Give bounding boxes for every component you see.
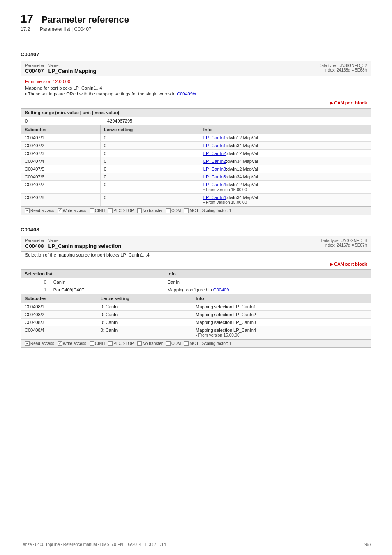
footer-checkbox-item: MOT <box>184 208 198 213</box>
footer-checkbox-item: PLC STOP <box>108 341 134 346</box>
table-row: C00407/10LP_CanIn1:dwIn12 MapVal <box>21 134 371 142</box>
chapter-title: Parameter reference <box>42 14 129 25</box>
c00408-param-label: Parameter | Name: <box>25 238 121 243</box>
info-link[interactable]: LP_CanIn2 <box>203 159 226 164</box>
info-link[interactable]: LP_CanIn2 <box>203 151 226 156</box>
c00408-block: Parameter | Name: C00408 | LP_CanIn mapp… <box>21 236 371 348</box>
c00408-col-info: Info <box>164 270 371 278</box>
info-link[interactable]: LP_CanIn1 <box>203 135 226 140</box>
footer-right: 967 <box>364 542 371 547</box>
table-row: C00407/70LP_CanIn4:dwIn12 MapVal• From v… <box>21 181 371 194</box>
c00408-subcodes-header-row: Subcodes Lenze setting Info <box>21 294 371 303</box>
c00408-footer: Read accessWrite accessCINHPLC STOPNo tr… <box>21 339 371 347</box>
table-row: C00407/80LP_CanIn4:dwIn34 MapVal• From v… <box>21 194 371 206</box>
c00407-param-name: C00407 | LP_CanIn Mapping <box>25 68 96 74</box>
c00407-header: Parameter | Name: C00407 | LP_CanIn Mapp… <box>21 61 371 76</box>
c00408-selection-table: Selection list Info 0CanInCanIn1Par.C409… <box>21 269 371 294</box>
info-link[interactable]: C00409 <box>213 287 229 292</box>
c00407-footer: Read accessWrite accessCINHPLC STOPNo tr… <box>21 206 371 215</box>
header-section: 17 Parameter reference 17.2 Parameter li… <box>21 12 371 34</box>
c00408-data-type: Data type: UNSIGNED_8 Index: 24167d = 5E… <box>321 238 367 247</box>
footer-left: Lenze · 8400 TopLine · Reference manual … <box>21 542 166 547</box>
info-link[interactable]: LP_CanIn3 <box>203 174 226 179</box>
footer-checkbox-item: No transfer <box>137 208 163 213</box>
c00407-subcodes-header-row: Subcodes Lenze setting Info <box>21 125 371 134</box>
c00408-can-port-link[interactable]: CAN port block <box>21 261 371 269</box>
table-row: C00407/40LP_CanIn2:dwIn34 MapVal <box>21 157 371 165</box>
info-link[interactable]: LP_CanIn1 <box>203 143 226 148</box>
c00408-col-subcodes: Subcodes <box>21 294 97 303</box>
c00407-desc: Mapping for port blocks LP_CanIn1...4 • … <box>21 85 371 99</box>
c00407-setting-max: 4294967295 <box>107 118 132 123</box>
c00407-subcodes-table: Subcodes Lenze setting Info C00407/10LP_… <box>21 125 371 206</box>
table-row: C00407/20LP_CanIn1:dwIn34 MapVal <box>21 142 371 150</box>
table-row: C00408/20: CanInMapping selection LP_Can… <box>21 311 371 319</box>
table-row: C00408/40: CanInMapping selection LP_Can… <box>21 326 371 339</box>
c00407-version: From version 12.00.00 <box>21 76 371 85</box>
c00408-desc: Selection of the mapping source for port… <box>21 252 371 261</box>
page-footer: Lenze · 8400 TopLine · Reference manual … <box>0 539 392 547</box>
footer-checkbox-item: COM <box>166 208 181 213</box>
table-row: C00408/10: CanInMapping selection LP_Can… <box>21 303 371 311</box>
c00407-col-lenze: Lenze setting <box>100 125 200 134</box>
c00407-block: Parameter | Name: C00407 | LP_CanIn Mapp… <box>21 61 371 215</box>
c00407-label: C00407 <box>21 51 371 58</box>
footer-checkbox-item: Read access <box>25 208 54 213</box>
c00407-param-label: Parameter | Name: <box>25 63 96 68</box>
c00408-col-selection: Selection list <box>21 270 164 278</box>
footer-checkbox-item: CINH <box>90 341 105 346</box>
list-item: 0CanInCanIn <box>21 278 371 286</box>
c00407-setting-range-row: 0 4294967295 <box>21 117 371 125</box>
table-row: C00407/50LP_CanIn3:dwIn12 MapVal <box>21 165 371 173</box>
footer-checkbox-item: No transfer <box>137 341 163 346</box>
table-row: C00407/30LP_CanIn2:dwIn12 MapVal <box>21 150 371 157</box>
c00408-subcodes-table: Subcodes Lenze setting Info C00408/10: C… <box>21 294 371 339</box>
footer-checkbox-item: CINH <box>90 208 105 213</box>
header-chapter: 17 Parameter reference <box>21 12 371 25</box>
info-link[interactable]: LP_CanIn4 <box>203 182 226 187</box>
c00407-setting-range-header: Setting range (min. value | unit | max. … <box>21 108 371 117</box>
footer-checkbox-item: Write access <box>58 341 86 346</box>
table-row: C00408/30: CanInMapping selection LP_Can… <box>21 319 371 326</box>
c00408-header: Parameter | Name: C00408 | LP_CanIn mapp… <box>21 236 371 252</box>
page: 17 Parameter reference 17.2 Parameter li… <box>0 0 392 555</box>
c00408-selection-header: Selection list Info <box>21 270 371 278</box>
table-row: C00407/60LP_CanIn3:dwIn34 MapVal <box>21 173 371 181</box>
list-item: 1Par.C409|C407Mapping configured in C004… <box>21 286 371 294</box>
sub-title: Parameter list | C00407 <box>40 26 92 32</box>
footer-checkbox-item: MOT <box>184 341 198 346</box>
c00407-col-info: Info <box>200 125 371 134</box>
info-link[interactable]: LP_CanIn3 <box>203 166 226 171</box>
footer-checkbox-item: Write access <box>58 208 86 213</box>
c00408-col-lenze: Lenze setting <box>97 294 192 303</box>
c00408-param-name: C00408 | LP_CanIn mapping selection <box>25 243 121 249</box>
sub-number: 17.2 <box>21 26 30 32</box>
footer-checkbox-item: COM <box>166 341 181 346</box>
c00408-col-info: Info <box>192 294 371 303</box>
c00407-setting-min: 0 <box>25 118 107 123</box>
c00407-data-type: Data type: UNSIGNED_32 Index: 24168d = 5… <box>318 63 367 72</box>
sub-header: 17.2 Parameter list | C00407 <box>21 26 371 32</box>
c00408-label: C00408 <box>21 227 371 233</box>
section-divider <box>21 42 371 42</box>
c00407-desc-link[interactable]: C00409/x <box>177 91 196 96</box>
footer-checkbox-item: Read access <box>25 341 54 346</box>
info-link[interactable]: LP_CanIn4 <box>203 195 226 200</box>
chapter-number: 17 <box>21 12 33 25</box>
c00407-can-port-link[interactable]: CAN port block <box>21 99 371 108</box>
c00407-col-subcodes: Subcodes <box>21 125 101 134</box>
footer-checkbox-item: PLC STOP <box>108 208 134 213</box>
